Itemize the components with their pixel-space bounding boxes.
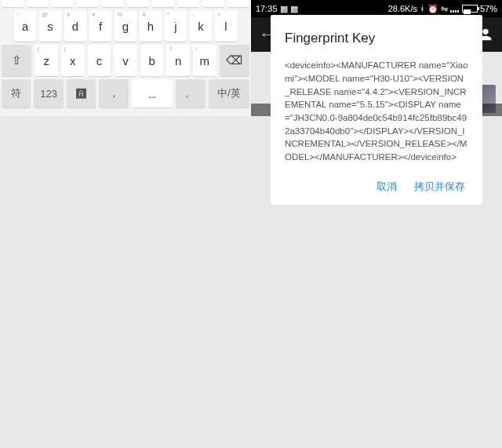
chat-area-dimmed: 下午17:23 😎 Fingerprint Key <deviceinfo><M…	[251, 52, 502, 116]
key-u[interactable]: 7u	[152, 0, 174, 7]
keyboard: ▦ ☺ ⌨ ⊹ ✿ ▾ 1q2w3e4r5t6y7u8i9o0p ~a@s#d¥…	[0, 0, 251, 116]
dialog-body: <deviceinfo><MANUFACTURER name="Xiaomi">…	[285, 59, 468, 163]
key-backspace-icon[interactable]: ⌫	[220, 45, 249, 76]
key-lang-switch[interactable]: 中/英	[209, 79, 249, 107]
battery-icon	[462, 5, 478, 13]
key-o[interactable]: 9o	[202, 0, 224, 7]
key-h[interactable]: &h	[140, 10, 162, 42]
key-a[interactable]: ~a	[14, 10, 36, 42]
battery-pct: 57%	[480, 4, 497, 13]
key-n[interactable]: ?n	[166, 45, 190, 76]
key-v[interactable]: v	[114, 45, 137, 76]
key-number[interactable]: 123	[34, 79, 63, 107]
key-f[interactable]: ¥f	[89, 10, 111, 42]
signal-icon	[450, 5, 460, 13]
key-period[interactable]: 。	[176, 79, 205, 107]
key-l[interactable]: +l	[215, 10, 237, 42]
key-r[interactable]: 4r	[77, 0, 99, 7]
key-j[interactable]: *j	[165, 10, 187, 42]
key-space[interactable]: ⎵	[132, 79, 173, 107]
key-shift-icon[interactable]: ⇧	[2, 45, 31, 76]
key-b[interactable]: b	[140, 45, 164, 76]
key-g[interactable]: %g	[115, 10, 136, 42]
key-t[interactable]: 5t	[102, 0, 124, 7]
key-x[interactable]: )x	[61, 45, 85, 76]
clock: 17:35	[256, 4, 278, 13]
key-z[interactable]: (z	[35, 45, 58, 76]
wifi-icon: ⇋	[441, 4, 448, 14]
fingerprint-dialog: Fingerprint Key <deviceinfo><MANUFACTURE…	[271, 15, 482, 204]
alarm-icon: ⏰	[427, 4, 438, 14]
key-s[interactable]: @s	[39, 10, 61, 42]
key-w[interactable]: 2w	[27, 0, 49, 7]
dialog-cancel-button[interactable]: 取消	[376, 180, 397, 194]
key-comma[interactable]: ，	[99, 79, 128, 107]
key-e[interactable]: 3e	[52, 0, 74, 7]
dialog-title: Fingerprint Key	[285, 31, 468, 46]
key-m[interactable]: !m	[193, 45, 216, 76]
key-symbol[interactable]: 符	[2, 79, 31, 107]
phone-right: 17:35▩ ▩ 28.6K/s ᚼ ⏰ ⇋ 57% ← 下午17:23 😎 F…	[251, 0, 502, 448]
key-i[interactable]: 8i	[177, 0, 199, 7]
keyboard-bottom: 符 123 🅰 ， ⎵ 。 中/英	[0, 78, 251, 109]
net-speed: 28.6K/s	[388, 4, 417, 13]
key-lang-icon[interactable]: 🅰	[67, 79, 96, 107]
key-c[interactable]: c	[88, 45, 111, 76]
modal-overlay: Fingerprint Key <deviceinfo><MANUFACTURE…	[251, 104, 502, 116]
key-d[interactable]: #d	[64, 10, 86, 42]
key-p[interactable]: 0p	[227, 0, 249, 7]
key-k[interactable]: -k	[190, 10, 212, 42]
dialog-save-button[interactable]: 拷贝并保存	[414, 180, 465, 194]
key-q[interactable]: 1q	[2, 0, 24, 7]
chat-area: 下午17:23 😎 )) 发送 ▦ ☺ ⌨ ⊹ ✿ ▾ 1q2w3e4r5t6y…	[0, 52, 251, 116]
key-y[interactable]: 6y	[127, 0, 149, 7]
bluetooth-icon: ᚼ	[420, 4, 425, 13]
phone-left: 17:35▩ ▩ 1.16K/s ᚼ ⏰ ⇋ 57% ← 下午17:23 😎 )…	[0, 0, 251, 448]
